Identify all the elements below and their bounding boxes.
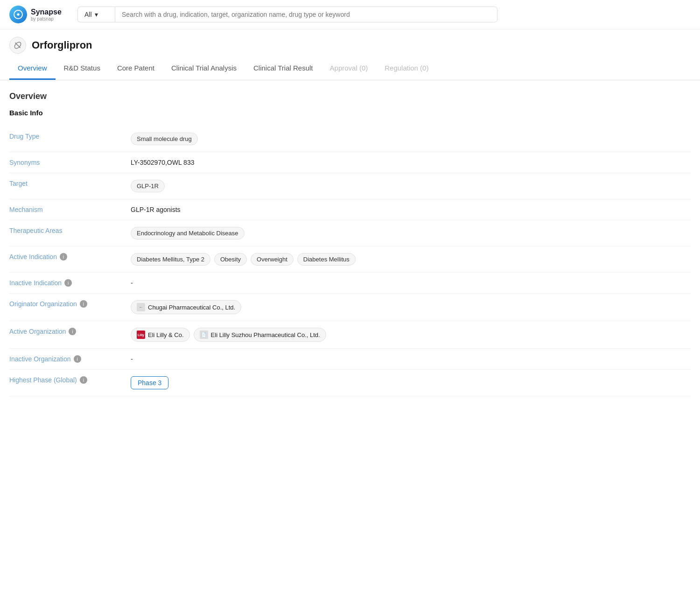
- active-indication-label: Active Indication i: [9, 253, 131, 260]
- logo-sub: by patsnap: [31, 16, 62, 21]
- originator-org-value: ← Chugai Pharmaceutical Co., Ltd.: [131, 300, 691, 314]
- therapeutic-areas-row: Therapeutic Areas Endocrinology and Meta…: [9, 220, 691, 246]
- active-indication-row: Active Indication i Diabetes Mellitus, T…: [9, 246, 691, 273]
- logo-area: Synapse by patsnap: [9, 6, 70, 23]
- synonyms-label: Synonyms: [9, 159, 131, 166]
- originator-org-name: Chugai Pharmaceutical Co., Ltd.: [148, 304, 235, 311]
- search-input[interactable]: [115, 7, 497, 22]
- active-indication-info-icon[interactable]: i: [60, 253, 67, 260]
- therapeutic-areas-value: Endocrinology and Metabolic Disease: [131, 227, 691, 239]
- active-org-tag-0[interactable]: Lilly Eli Lilly & Co.: [131, 328, 190, 342]
- active-org-row: Active Organization i Lilly Eli Lilly & …: [9, 321, 691, 349]
- inactive-indication-row: Inactive Indication i -: [9, 273, 691, 294]
- drug-type-tag: Small molecule drug: [131, 133, 198, 145]
- originator-org-info-icon[interactable]: i: [80, 300, 87, 308]
- originator-org-tag[interactable]: ← Chugai Pharmaceutical Co., Ltd.: [131, 300, 241, 314]
- tab-overview[interactable]: Overview: [9, 57, 56, 80]
- tab-rd-status[interactable]: R&D Status: [56, 57, 109, 80]
- tab-core-patent[interactable]: Core Patent: [109, 57, 163, 80]
- app-header: Synapse by patsnap All ▾: [0, 0, 700, 29]
- svg-point-1: [17, 14, 20, 16]
- target-tag: GLP-1R: [131, 180, 165, 192]
- indication-tag-2: Overweight: [251, 253, 294, 266]
- logo-text: Synapse by patsnap: [31, 8, 62, 21]
- dropdown-value: All: [84, 11, 92, 18]
- inactive-indication-info-icon[interactable]: i: [64, 279, 72, 287]
- target-row: Target GLP-1R: [9, 173, 691, 199]
- eli-lilly-suzhou-logo: 📄: [200, 331, 208, 339]
- drug-icon: [9, 37, 26, 54]
- tab-clinical-trial-result[interactable]: Clinical Trial Result: [245, 57, 322, 80]
- target-label: Target: [9, 180, 131, 187]
- logo-name: Synapse: [31, 8, 62, 16]
- highest-phase-value: Phase 3: [131, 376, 691, 389]
- target-value: GLP-1R: [131, 180, 691, 192]
- therapeutic-areas-tag: Endocrinology and Metabolic Disease: [131, 227, 245, 239]
- originator-org-label: Originator Organization i: [9, 300, 131, 308]
- inactive-indication-value: -: [131, 279, 691, 287]
- indication-tag-1: Obesity: [214, 253, 247, 266]
- originator-org-logo: ←: [137, 303, 145, 311]
- indication-tag-0: Diabetes Mellitus, Type 2: [131, 253, 210, 266]
- drug-title-bar: Orforglipron: [0, 29, 700, 54]
- tab-approval: Approval (0): [322, 57, 377, 80]
- highest-phase-tag: Phase 3: [131, 376, 168, 389]
- inactive-indication-label: Inactive Indication i: [9, 279, 131, 287]
- active-org-name-1: Eli Lilly Suzhou Pharmaceutical Co., Ltd…: [211, 331, 320, 338]
- highest-phase-info-icon[interactable]: i: [80, 376, 87, 384]
- active-org-name-0: Eli Lilly & Co.: [148, 331, 184, 338]
- inactive-org-value: -: [131, 355, 691, 363]
- drug-type-label: Drug Type: [9, 133, 131, 140]
- svg-line-3: [15, 42, 20, 48]
- drug-type-row: Drug Type Small molecule drug: [9, 126, 691, 152]
- chevron-down-icon: ▾: [95, 11, 98, 18]
- mechanism-value: GLP-1R agonists: [131, 206, 691, 213]
- search-type-dropdown[interactable]: All ▾: [77, 7, 115, 22]
- inactive-org-row: Inactive Organization i -: [9, 349, 691, 370]
- mechanism-row: Mechanism GLP-1R agonists: [9, 199, 691, 220]
- active-indication-tags: Diabetes Mellitus, Type 2 Obesity Overwe…: [131, 253, 691, 266]
- drug-type-value: Small molecule drug: [131, 133, 691, 145]
- inactive-org-info-icon[interactable]: i: [74, 355, 81, 363]
- therapeutic-areas-label: Therapeutic Areas: [9, 227, 131, 234]
- indication-tag-3: Diabetes Mellitus: [297, 253, 356, 266]
- active-org-value: Lilly Eli Lilly & Co. 📄 Eli Lilly Suzhou…: [131, 328, 691, 342]
- logo-icon: [9, 6, 27, 23]
- drug-name: Orforglipron: [32, 39, 92, 51]
- eli-lilly-logo: Lilly: [137, 331, 145, 339]
- mechanism-label: Mechanism: [9, 206, 131, 213]
- section-title: Overview: [9, 91, 691, 101]
- synonyms-value: LY-3502970,OWL 833: [131, 159, 691, 166]
- content-area: Overview Basic Info Drug Type Small mole…: [0, 80, 700, 408]
- active-org-tag-1[interactable]: 📄 Eli Lilly Suzhou Pharmaceutical Co., L…: [194, 328, 326, 342]
- active-org-info-icon[interactable]: i: [69, 328, 76, 335]
- synonyms-row: Synonyms LY-3502970,OWL 833: [9, 152, 691, 173]
- tab-regulation: Regulation (0): [376, 57, 437, 80]
- tab-clinical-trial-analysis[interactable]: Clinical Trial Analysis: [163, 57, 245, 80]
- inactive-org-label: Inactive Organization i: [9, 355, 131, 363]
- highest-phase-row: Highest Phase (Global) i Phase 3: [9, 370, 691, 396]
- nav-tabs: Overview R&D Status Core Patent Clinical…: [0, 57, 700, 80]
- active-org-label: Active Organization i: [9, 328, 131, 335]
- search-area: All ▾: [77, 7, 497, 22]
- highest-phase-label: Highest Phase (Global) i: [9, 376, 131, 384]
- subsection-title: Basic Info: [9, 109, 691, 117]
- originator-org-row: Originator Organization i ← Chugai Pharm…: [9, 294, 691, 321]
